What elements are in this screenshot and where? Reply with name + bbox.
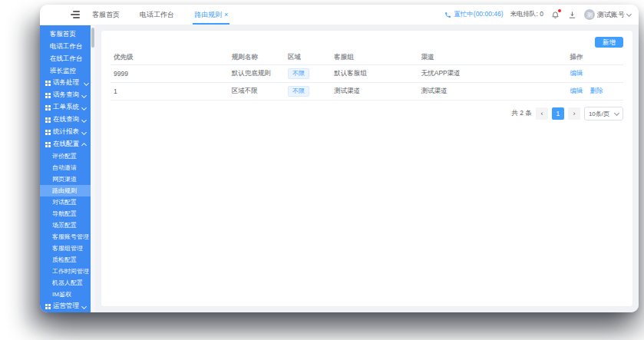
tab-label: 路由规则 [194, 10, 222, 20]
cell-agent-group: 测试渠道 [331, 83, 418, 101]
cell-rule-name: 默认兜底规则 [229, 65, 285, 83]
sidebar-item-worktime-mgmt[interactable]: 工作时间管理 [40, 266, 91, 277]
sidebar-item-auto-invite[interactable]: 自动邀请 [40, 162, 91, 173]
cell-agent-group: 默认客服组 [331, 65, 418, 83]
sidebar-scrollbar-thumb[interactable] [91, 28, 94, 48]
notification-bell-button[interactable] [550, 10, 560, 20]
sidebar-group-online-query[interactable]: 在线查询 [40, 114, 91, 126]
sidebar-group-online-config[interactable]: 在线配置 [40, 138, 91, 150]
cell-rule-name: 区域不限 [229, 83, 285, 101]
page-number-button[interactable]: 1 [552, 107, 564, 120]
sidebar-item-nav-config[interactable]: 导航配置 [40, 208, 91, 220]
sidebar-item-dialog-config[interactable]: 对话配置 [40, 196, 91, 208]
menu-grid-icon [45, 142, 51, 147]
col-region: 区域 [285, 51, 331, 65]
app-window: 客服首页 电话工作台 路由规则 × 置忙中(00:00:46) 来电排队: 0 [40, 5, 639, 312]
phone-icon [444, 12, 451, 18]
topbar-actions: 置忙中(00:00:46) 来电排队: 0 测 测试账号 [444, 9, 631, 20]
sidebar-item-agent-account-mgmt[interactable]: 客服账号管理 [40, 231, 91, 243]
avatar: 测 [584, 9, 595, 20]
download-button[interactable] [567, 10, 577, 20]
pagination-total: 共 2 条 [511, 109, 531, 118]
sidebar-item-qc-config[interactable]: 质检配置 [40, 254, 91, 266]
routing-rules-card: 新增 优先级 规则名称 区域 客服组 渠道 操作 [101, 31, 632, 306]
col-priority: 优先级 [111, 51, 229, 65]
table-row: 9999 默认兜底规则 不限 默认客服组 无忧APP渠道 编辑 [111, 65, 623, 83]
chevron-up-icon [81, 142, 87, 147]
chevron-down-icon [84, 80, 89, 85]
notification-badge [558, 9, 561, 12]
chevron-down-icon [626, 12, 632, 17]
sidebar-group-statistics[interactable]: 统计报表 [40, 126, 91, 138]
tab-bar: 客服首页 电话工作台 路由规则 × [92, 5, 228, 25]
edit-link[interactable]: 编辑 [570, 69, 583, 77]
username: 测试账号 [597, 10, 625, 20]
sidebar: 客服首页 电话工作台 在线工作台 班长监控 话务处理 话务查询 工单系统 [40, 25, 91, 312]
tab-label: 客服首页 [92, 10, 120, 20]
next-page-button[interactable]: › [568, 107, 580, 120]
queue-info: 来电排队: 0 [510, 10, 543, 19]
cell-channel: 测试渠道 [418, 83, 567, 101]
chevron-down-icon [81, 92, 87, 97]
table-header-row: 优先级 规则名称 区域 客服组 渠道 操作 [111, 51, 623, 65]
prev-page-button[interactable]: ‹ [536, 107, 548, 120]
menu-grid-icon [45, 130, 51, 135]
sidebar-item-online-workbench[interactable]: 在线工作台 [40, 52, 91, 64]
menu-grid-icon [45, 105, 51, 111]
menu-grid-icon [45, 117, 51, 123]
sidebar-item-phone-workbench[interactable]: 电话工作台 [40, 40, 91, 52]
sidebar-item-evaluation-config[interactable]: 评价配置 [40, 150, 91, 162]
col-rule-name: 规则名称 [229, 51, 285, 65]
chevron-down-icon [81, 104, 87, 110]
menu-grid-icon [45, 304, 51, 309]
sidebar-group-ticket-system[interactable]: 工单系统 [40, 101, 91, 114]
menu-grid-icon [45, 93, 51, 98]
agent-status-toggle[interactable]: 置忙中(00:00:46) [444, 10, 503, 19]
collapse-sidebar-icon[interactable] [71, 11, 80, 18]
sidebar-item-robot-config[interactable]: 机器人配置 [40, 277, 91, 289]
rules-table: 优先级 规则名称 区域 客服组 渠道 操作 9999 默认兜底规则 不限 [111, 51, 623, 101]
region-tag: 不限 [288, 68, 309, 79]
add-button[interactable]: 新增 [595, 37, 623, 48]
page-size-select[interactable]: 10条/页 [584, 107, 623, 120]
cell-channel: 无忧APP渠道 [418, 65, 567, 83]
region-tag: 不限 [288, 86, 309, 97]
download-icon [568, 11, 576, 19]
chevron-down-icon [81, 129, 87, 134]
main-content: 新增 优先级 规则名称 区域 客服组 渠道 操作 [95, 25, 639, 312]
sidebar-item-monitor[interactable]: 班长监控 [40, 64, 91, 77]
menu-grid-icon [45, 81, 51, 86]
sidebar-item-web-channel[interactable]: 网页渠道 [40, 173, 91, 185]
chevron-down-icon [81, 303, 87, 309]
tab-home[interactable]: 客服首页 [92, 5, 120, 25]
cell-priority: 9999 [111, 65, 229, 83]
sidebar-item-home[interactable]: 客服首页 [40, 28, 91, 40]
sidebar-group-call-handling[interactable]: 话务处理 [40, 77, 91, 89]
page-size-value: 10条/页 [589, 110, 609, 118]
chevron-down-icon [81, 117, 87, 122]
sidebar-item-im-auth[interactable]: IM鉴权 [40, 289, 91, 300]
sidebar-item-scene-config[interactable]: 场景配置 [40, 220, 91, 231]
sidebar-group-call-query[interactable]: 话务查询 [40, 89, 91, 101]
pagination: 共 2 条 ‹ 1 › 10条/页 [111, 107, 623, 120]
chevron-down-icon [614, 111, 619, 116]
sidebar-scrollbar [91, 25, 95, 312]
topbar: 客服首页 电话工作台 路由规则 × 置忙中(00:00:46) 来电排队: 0 [40, 5, 639, 25]
sidebar-group-operation-mgmt[interactable]: 运营管理 [40, 300, 91, 312]
sidebar-item-routing-rules[interactable]: 路由规则 [40, 185, 91, 196]
tab-routing-rules[interactable]: 路由规则 × [194, 5, 228, 25]
col-actions: 操作 [566, 51, 623, 65]
edit-link[interactable]: 编辑 [570, 87, 583, 94]
tab-label: 电话工作台 [140, 10, 174, 20]
col-agent-group: 客服组 [331, 51, 418, 65]
close-icon[interactable]: × [224, 12, 228, 18]
delete-link[interactable]: 删除 [590, 87, 603, 94]
user-menu[interactable]: 测 测试账号 [584, 9, 631, 20]
agent-status-text: 置忙中(00:00:46) [454, 10, 503, 19]
tab-phone-workbench[interactable]: 电话工作台 [140, 5, 174, 25]
sidebar-item-agent-group-mgmt[interactable]: 客服组管理 [40, 243, 91, 254]
table-row: 1 区域不限 不限 测试渠道 测试渠道 编辑 删除 [111, 83, 623, 101]
col-channel: 渠道 [418, 51, 567, 65]
cell-priority: 1 [111, 83, 229, 101]
